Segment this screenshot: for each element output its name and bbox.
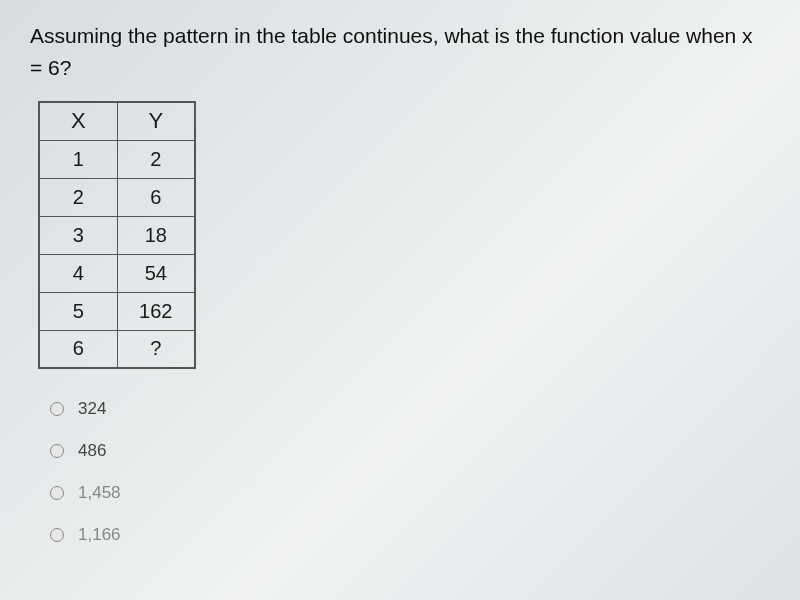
radio-icon bbox=[50, 402, 64, 416]
cell-x: 1 bbox=[39, 140, 117, 178]
option-label: 1,166 bbox=[78, 525, 121, 545]
question-text: Assuming the pattern in the table contin… bbox=[30, 20, 770, 83]
answer-options: 324 486 1,458 1,166 bbox=[50, 399, 770, 545]
cell-x: 5 bbox=[39, 292, 117, 330]
cell-x: 3 bbox=[39, 216, 117, 254]
cell-x: 4 bbox=[39, 254, 117, 292]
option-label: 1,458 bbox=[78, 483, 121, 503]
option-3[interactable]: 1,166 bbox=[50, 525, 770, 545]
table-row: 6 ? bbox=[39, 330, 195, 368]
cell-y: 162 bbox=[117, 292, 195, 330]
option-2[interactable]: 1,458 bbox=[50, 483, 770, 503]
option-1[interactable]: 486 bbox=[50, 441, 770, 461]
cell-x: 2 bbox=[39, 178, 117, 216]
table-row: 4 54 bbox=[39, 254, 195, 292]
header-y: Y bbox=[117, 102, 195, 140]
option-label: 486 bbox=[78, 441, 106, 461]
option-label: 324 bbox=[78, 399, 106, 419]
cell-y: 2 bbox=[117, 140, 195, 178]
cell-y: 6 bbox=[117, 178, 195, 216]
option-0[interactable]: 324 bbox=[50, 399, 770, 419]
cell-y: 18 bbox=[117, 216, 195, 254]
cell-x: 6 bbox=[39, 330, 117, 368]
table-row: 2 6 bbox=[39, 178, 195, 216]
function-table: X Y 1 2 2 6 3 18 4 54 5 162 6 ? bbox=[38, 101, 770, 369]
header-x: X bbox=[39, 102, 117, 140]
cell-y: ? bbox=[117, 330, 195, 368]
radio-icon bbox=[50, 444, 64, 458]
radio-icon bbox=[50, 486, 64, 500]
table-row: 5 162 bbox=[39, 292, 195, 330]
table-row: 1 2 bbox=[39, 140, 195, 178]
table-row: 3 18 bbox=[39, 216, 195, 254]
cell-y: 54 bbox=[117, 254, 195, 292]
radio-icon bbox=[50, 528, 64, 542]
table-header-row: X Y bbox=[39, 102, 195, 140]
